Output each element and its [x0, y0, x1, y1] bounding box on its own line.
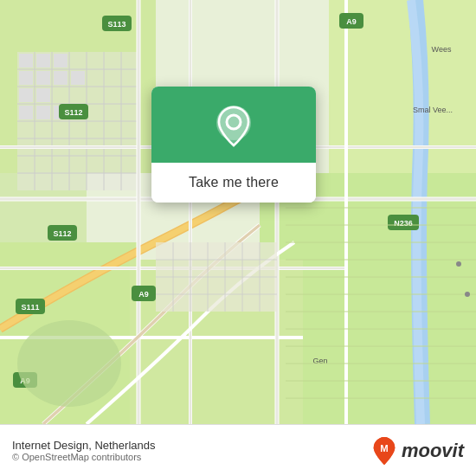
svg-text:S111: S111 — [21, 303, 39, 312]
svg-text:Smal Vee...: Smal Vee... — [413, 106, 453, 114]
svg-rect-22 — [36, 54, 50, 68]
map-container: S113 S112 S112 S111 A9 A9 A9 N236 Wees S… — [0, 0, 476, 424]
svg-rect-25 — [36, 71, 50, 85]
svg-text:S112: S112 — [53, 229, 71, 238]
copyright-text: © OpenStreetMap contributors — [12, 452, 155, 462]
s113-label: S113 — [107, 20, 125, 29]
footer-info: Internet Design, Netherlands © OpenStree… — [12, 439, 155, 462]
popup-header — [151, 87, 316, 163]
svg-text:A9: A9 — [138, 290, 149, 299]
location-pin-icon — [211, 104, 256, 149]
svg-rect-30 — [19, 106, 33, 119]
svg-rect-24 — [19, 71, 33, 85]
location-name: Internet Design, Netherlands — [12, 439, 155, 452]
svg-rect-29 — [36, 88, 50, 102]
moovit-brand-name: moovit — [402, 440, 464, 462]
svg-rect-28 — [19, 88, 33, 102]
svg-rect-31 — [36, 106, 50, 119]
svg-text:Wees: Wees — [432, 45, 452, 54]
svg-text:A9: A9 — [346, 17, 357, 26]
map-popup: Take me there — [151, 87, 316, 203]
svg-point-89 — [17, 320, 121, 407]
footer: Internet Design, Netherlands © OpenStree… — [0, 424, 476, 476]
moovit-pin-icon: M — [372, 436, 396, 466]
svg-point-88 — [465, 292, 470, 297]
svg-rect-21 — [19, 54, 33, 68]
svg-point-87 — [456, 261, 461, 267]
moovit-logo: M moovit — [372, 436, 464, 466]
svg-text:S112: S112 — [64, 108, 82, 117]
svg-text:N236: N236 — [394, 219, 413, 228]
svg-rect-27 — [71, 71, 85, 85]
svg-text:M: M — [380, 442, 388, 453]
svg-rect-23 — [54, 54, 68, 68]
take-me-there-button[interactable]: Take me there — [151, 163, 316, 203]
svg-rect-26 — [54, 71, 68, 85]
